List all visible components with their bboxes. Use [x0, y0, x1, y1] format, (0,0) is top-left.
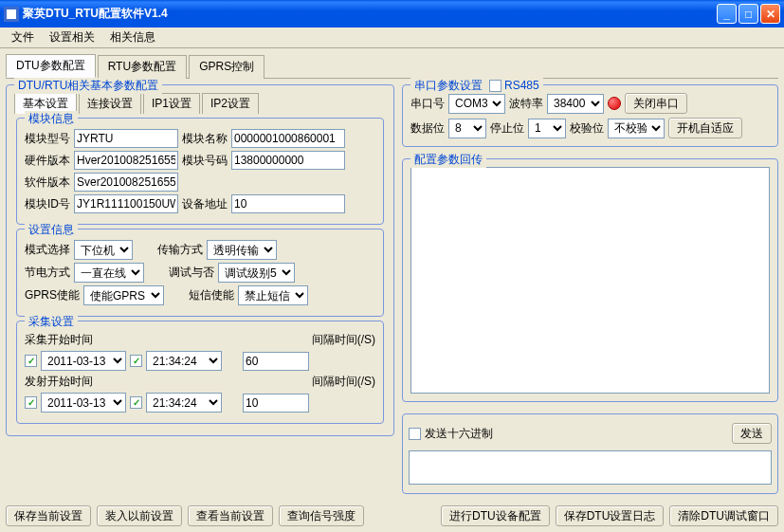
time1-select[interactable]: 21:34:24 [146, 351, 222, 371]
status-indicator-icon [608, 97, 621, 110]
subtab-conn[interactable]: 连接设置 [79, 93, 141, 114]
group-serial: 串口参数设置 RS485 串口号 COM3 波特率 38400 关闭串口 数据位… [402, 84, 778, 147]
power-label: 节电方式 [25, 265, 70, 281]
gprs-label: GPRS使能 [25, 287, 80, 303]
id-label: 模块ID号 [25, 196, 70, 212]
send-button[interactable]: 发送 [732, 423, 772, 444]
time2-select[interactable]: 21:34:24 [146, 393, 222, 413]
model-input[interactable] [74, 129, 178, 148]
phone-input[interactable] [231, 151, 345, 170]
mode-select[interactable]: 下位机 [74, 240, 133, 260]
send-textarea[interactable] [409, 450, 772, 485]
auto-adapt-button[interactable]: 开机自适应 [668, 118, 742, 138]
serial-legend: 串口参数设置 RS485 [410, 78, 543, 94]
port-label: 串口号 [410, 96, 445, 112]
databits-select[interactable]: 8 [448, 119, 486, 138]
interval1-label: 间隔时间(/S) [312, 332, 375, 348]
group-basic-legend: DTU/RTU相关基本参数配置 [14, 78, 162, 94]
stopbits-label: 停止位 [490, 120, 524, 137]
maximize-button[interactable]: □ [738, 4, 758, 24]
close-button[interactable]: ✕ [760, 4, 780, 24]
close-port-button[interactable]: 关闭串口 [625, 93, 687, 114]
tab-dtu[interactable]: DTU参数配置 [6, 54, 96, 78]
phone-label: 模块号码 [182, 153, 228, 169]
menu-file[interactable]: 文件 [4, 28, 42, 47]
gprs-select[interactable]: 使能GPRS [83, 285, 164, 305]
sms-label: 短信使能 [189, 287, 234, 303]
model-label: 模块型号 [25, 131, 70, 147]
do-config-button[interactable]: 进行DTU设备配置 [441, 505, 550, 526]
trans-label: 传输方式 [157, 242, 203, 258]
module-info-legend: 模块信息 [25, 111, 78, 127]
group-module-info: 模块信息 模块型号 模块名称 硬件版本 模块号码 软件版本 [16, 118, 384, 225]
emit-start-label: 发射开始时间 [25, 374, 93, 390]
time2-checkbox[interactable]: ✓ [130, 396, 142, 409]
mode-label: 模式选择 [25, 242, 70, 258]
sw-input[interactable] [74, 173, 178, 192]
addr-input[interactable] [231, 194, 345, 213]
rs485-checkbox[interactable] [489, 80, 501, 92]
name-input[interactable] [231, 129, 345, 148]
svg-rect-1 [7, 9, 16, 19]
stopbits-select[interactable]: 1 [528, 119, 566, 138]
setting-info-legend: 设置信息 [25, 222, 78, 238]
parity-select[interactable]: 不校验 [608, 119, 665, 138]
power-select[interactable]: 一直在线 [74, 263, 144, 283]
subtab-ip2[interactable]: IP2设置 [202, 93, 259, 114]
group-feedback: 配置参数回传 [402, 158, 778, 402]
menubar: 文件 设置相关 相关信息 [0, 28, 784, 48]
addr-label: 设备地址 [182, 196, 228, 212]
hex-checkbox[interactable] [409, 428, 421, 440]
sw-label: 软件版本 [25, 174, 70, 191]
tab-rtu[interactable]: RTU参数配置 [98, 55, 187, 79]
load-prev-button[interactable]: 装入以前设置 [97, 505, 182, 526]
debug-label: 调试与否 [169, 265, 214, 281]
interval2-input[interactable] [243, 394, 309, 413]
menu-settings[interactable]: 设置相关 [42, 28, 102, 47]
debug-select[interactable]: 调试级别5 [218, 263, 295, 283]
date1-checkbox[interactable]: ✓ [25, 355, 37, 367]
parity-label: 校验位 [570, 120, 604, 137]
date2-select[interactable]: 2011-03-13 [41, 393, 126, 413]
minimize-button[interactable]: _ [717, 4, 737, 24]
window-title: 聚英DTU_RTU配置软件V1.4 [23, 6, 717, 22]
collect-start-label: 采集开始时间 [25, 332, 93, 348]
group-send: 发送十六进制 发送 [402, 413, 778, 494]
baud-select[interactable]: 38400 [547, 94, 604, 114]
sms-select[interactable]: 禁止短信 [238, 285, 308, 305]
name-label: 模块名称 [182, 131, 228, 147]
port-select[interactable]: COM3 [448, 94, 505, 114]
group-basic-params: DTU/RTU相关基本参数配置 基本设置 连接设置 IP1设置 IP2设置 模块… [6, 84, 394, 436]
save-current-button[interactable]: 保存当前设置 [6, 505, 91, 526]
feedback-legend: 配置参数回传 [410, 152, 486, 168]
group-collect: 采集设置 采集开始时间 间隔时间(/S) ✓ 2011-03-13 ✓ 21:3… [16, 321, 384, 424]
clear-debug-button[interactable]: 清除DTU调试窗口 [669, 505, 778, 526]
trans-select[interactable]: 透明传输 [207, 240, 277, 260]
subtab-ip1[interactable]: IP1设置 [143, 93, 200, 114]
interval2-label: 间隔时间(/S) [312, 374, 375, 390]
date1-select[interactable]: 2011-03-13 [41, 351, 126, 371]
feedback-textarea[interactable] [410, 167, 770, 394]
save-log-button[interactable]: 保存DTU设置日志 [556, 505, 665, 526]
id-input[interactable] [74, 194, 178, 213]
tab-gprs[interactable]: GPRS控制 [189, 55, 264, 79]
main-tabs: DTU参数配置 RTU参数配置 GPRS控制 [6, 54, 778, 79]
hex-label: 发送十六进制 [425, 426, 493, 442]
hw-label: 硬件版本 [25, 153, 70, 169]
query-signal-button[interactable]: 查询信号强度 [279, 505, 364, 526]
databits-label: 数据位 [410, 120, 445, 137]
view-current-button[interactable]: 查看当前设置 [188, 505, 273, 526]
rs485-label: RS485 [504, 79, 539, 92]
baud-label: 波特率 [509, 96, 543, 112]
group-setting-info: 设置信息 模式选择 下位机 传输方式 透明传输 节电方式 一直在线 调试与否 调… [16, 229, 384, 317]
collect-legend: 采集设置 [25, 314, 78, 330]
interval1-input[interactable] [243, 352, 309, 371]
date2-checkbox[interactable]: ✓ [25, 396, 37, 409]
app-icon [4, 7, 19, 22]
hw-input[interactable] [74, 151, 178, 170]
time1-checkbox[interactable]: ✓ [130, 355, 142, 367]
menu-about[interactable]: 相关信息 [102, 28, 163, 47]
